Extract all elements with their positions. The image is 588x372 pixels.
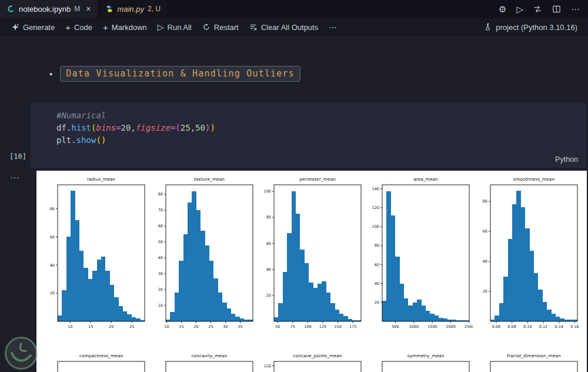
generate-button[interactable]: Generate	[6, 21, 60, 34]
markdown-cell[interactable]: • Data Visualization & Handling Outliers	[49, 66, 588, 82]
svg-text:120: 120	[372, 205, 379, 210]
svg-text:1000: 1000	[409, 324, 419, 329]
svg-text:140: 140	[372, 187, 379, 191]
output-area: radius_mean2040608010152025texture_mean1…	[36, 171, 587, 372]
svg-text:100: 100	[372, 224, 379, 229]
editor-tab-bar: notebook.ipynb M × main.py 2, U ⚙ ▷	[0, 0, 588, 18]
svg-text:25: 25	[208, 324, 213, 329]
svg-text:60: 60	[483, 229, 487, 234]
svg-text:40: 40	[483, 259, 487, 264]
svg-text:500: 500	[392, 324, 399, 329]
svg-text:0.14: 0.14	[555, 324, 563, 329]
add-code-label: Code	[74, 23, 92, 32]
run-all-button[interactable]: ▷ Run All	[152, 21, 197, 34]
svg-text:15: 15	[179, 324, 183, 329]
svg-text:10: 10	[158, 303, 163, 308]
svg-text:30: 30	[158, 271, 163, 276]
code-cell[interactable]: [10] #Numaricaldf.hist(bins=20,figsize=(…	[31, 103, 586, 168]
svg-text:2000: 2000	[446, 324, 456, 329]
charts-row-2: compactness_meanconcavity_meanconcave_po…	[42, 352, 581, 372]
svg-text:0.08: 0.08	[507, 324, 516, 329]
split-editor-icon[interactable]	[552, 5, 561, 14]
svg-text:70: 70	[158, 208, 163, 212]
kernel-picker[interactable]: project (Python 3.10.16)	[479, 21, 582, 34]
svg-text:40: 40	[50, 263, 55, 268]
run-icon[interactable]: ▷	[516, 5, 523, 14]
svg-text:100: 100	[264, 189, 271, 194]
add-markdown-label: Markdown	[112, 23, 147, 32]
tab-label: main.py	[117, 5, 144, 14]
execution-count: [10]	[9, 151, 26, 163]
svg-text:20: 20	[193, 324, 198, 329]
svg-text:texture_mean: texture_mean	[194, 177, 225, 182]
svg-text:50: 50	[275, 324, 280, 329]
svg-text:40: 40	[375, 281, 379, 286]
svg-text:60: 60	[375, 263, 379, 267]
svg-text:fractal_dimension_mean: fractal_dimension_mean	[507, 353, 561, 358]
svg-text:80: 80	[483, 199, 487, 204]
svg-text:1500: 1500	[427, 324, 437, 329]
histogram-symmetry_mean: symmetry_mean	[367, 352, 473, 372]
histogram-concave_points_mean: concave_points_mean120	[259, 352, 365, 372]
svg-text:20: 20	[158, 287, 163, 292]
output-more-actions-icon[interactable]: ⋯	[10, 172, 20, 183]
restart-button[interactable]: Restart	[197, 21, 244, 34]
svg-text:50: 50	[158, 240, 163, 244]
svg-text:175: 175	[349, 324, 356, 329]
tab-label: notebook.ipynb	[19, 5, 71, 14]
svg-text:10: 10	[164, 324, 169, 329]
svg-text:radius_mean: radius_mean	[87, 177, 115, 182]
svg-text:80: 80	[375, 243, 379, 248]
restart-icon	[202, 23, 211, 31]
svg-text:20: 20	[375, 300, 379, 305]
editor-actions: ⚙ ▷ ⋯	[499, 0, 588, 18]
tab-notebook-ipynb[interactable]: notebook.ipynb M ×	[0, 0, 98, 18]
kernel-beaker-icon	[484, 23, 492, 31]
cell-output-row: ⋯ radius_mean2040608010152025texture_mea…	[0, 171, 588, 372]
list-bullet: •	[49, 69, 52, 79]
svg-text:25: 25	[129, 324, 134, 329]
clear-all-outputs-button[interactable]: Clear All Outputs	[244, 21, 324, 34]
output-gutter: ⋯	[0, 171, 36, 372]
svg-text:20: 20	[50, 291, 55, 295]
svg-text:150: 150	[334, 324, 341, 329]
svg-text:80: 80	[158, 192, 163, 197]
compare-changes-icon[interactable]	[533, 5, 542, 14]
histogram-concavity_mean: concavity_mean	[151, 352, 256, 372]
python-file-icon	[105, 5, 113, 13]
svg-text:20: 20	[483, 289, 487, 294]
svg-text:60: 60	[50, 235, 55, 240]
histogram-texture_mean: texture_mean1020304050607080101520253035	[151, 175, 256, 352]
plus-icon: +	[65, 22, 71, 32]
svg-text:2500: 2500	[465, 324, 473, 329]
svg-text:60: 60	[266, 241, 271, 246]
svg-text:40: 40	[266, 267, 271, 272]
svg-text:120: 120	[264, 364, 271, 368]
svg-text:40: 40	[158, 255, 163, 260]
add-code-button[interactable]: + Code	[60, 21, 98, 34]
run-all-label: Run All	[168, 23, 192, 32]
tab-main-py[interactable]: main.py 2, U	[98, 0, 168, 18]
toolbar-more-button[interactable]: ⋯	[323, 21, 342, 34]
svg-text:100: 100	[304, 324, 311, 329]
add-markdown-button[interactable]: + Markdown	[98, 21, 152, 34]
svg-text:0.10: 0.10	[523, 324, 532, 329]
more-actions-icon[interactable]: ⋯	[571, 5, 580, 14]
clear-all-icon	[249, 23, 258, 31]
svg-text:area_mean: area_mean	[413, 177, 438, 182]
cell-language-picker[interactable]: Python	[555, 154, 578, 166]
settings-gear-icon[interactable]: ⚙	[499, 5, 506, 14]
svg-text:75: 75	[290, 324, 295, 329]
sparkle-icon	[11, 23, 19, 31]
histogram-smoothness_mean: smoothness_mean204060800.060.080.100.120…	[475, 175, 581, 352]
clear-all-label: Clear All Outputs	[261, 23, 319, 32]
close-tab-icon[interactable]: ×	[86, 5, 91, 13]
svg-text:80: 80	[50, 207, 55, 211]
charts-row-1: radius_mean2040608010152025texture_mean1…	[42, 175, 581, 352]
svg-text:concave_points_mean: concave_points_mean	[293, 353, 342, 358]
svg-text:20: 20	[266, 293, 271, 298]
code-lines[interactable]: #Numaricaldf.hist(bins=20,figsize=(25,50…	[56, 109, 586, 147]
svg-text:symmetry_mean: symmetry_mean	[407, 353, 444, 358]
histogram-fractal_dimension_mean: fractal_dimension_mean	[475, 352, 581, 372]
svg-text:80: 80	[266, 215, 271, 220]
